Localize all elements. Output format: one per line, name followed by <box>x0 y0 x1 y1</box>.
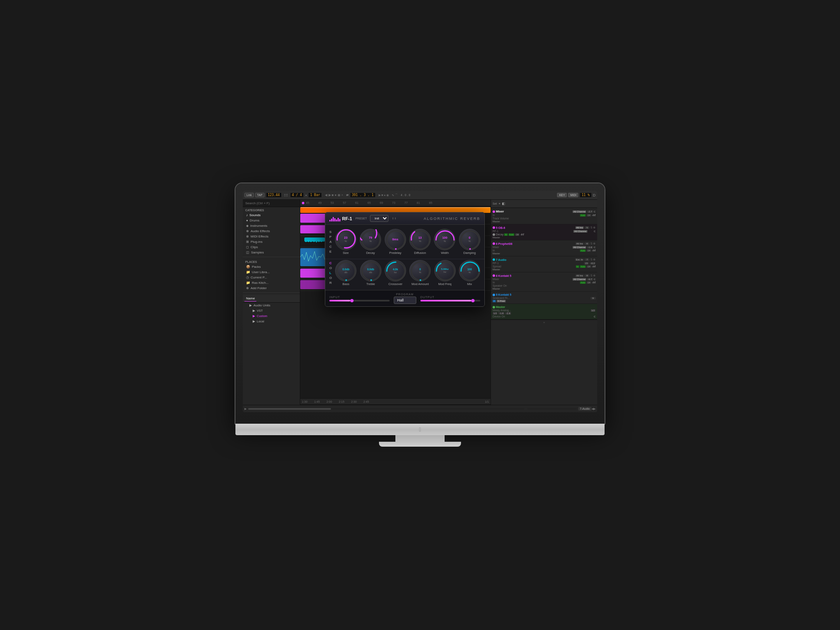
plugin-logo: RF-1 <box>329 216 352 221</box>
output-label: OUTPUT <box>420 296 481 299</box>
sidebar-item-ras-kitchen[interactable]: 📁 Ras Kitch... <box>243 280 300 285</box>
svg-rect-5 <box>318 240 320 242</box>
knob-mod-amount[interactable]: 0 % <box>409 260 431 281</box>
knob-mod-amount-group: 0 % Mod Amount <box>409 260 431 286</box>
knob-diffusion[interactable]: 13 % <box>409 229 431 250</box>
places-label: PLACES <box>243 259 300 264</box>
knob-damping[interactable]: 0 % <box>459 229 480 250</box>
plugin-bottom: INPUT PROGRAM <box>325 290 484 306</box>
knob-treble-group: 0.0db db Treble <box>360 260 381 286</box>
program-select[interactable]: Hall Room Plate <box>394 297 416 304</box>
knob-treble[interactable]: 0.0db db <box>360 260 381 281</box>
knob-predelay[interactable]: 0ms <box>385 229 406 250</box>
browser-local[interactable]: ▶ Local <box>243 319 300 324</box>
key-button[interactable]: KEY <box>557 193 567 197</box>
knob-width[interactable]: 100 % <box>434 229 455 250</box>
color-letters: C O L O R <box>329 260 333 286</box>
knob-crossover-label: Crossover <box>388 282 402 286</box>
ruler-mark: 53 <box>331 201 343 204</box>
sidebar-item-plugins[interactable]: ⊞ Plug-ins <box>243 239 300 244</box>
tap-button[interactable]: TAP <box>255 193 265 197</box>
knob-size-label: Size <box>343 251 349 255</box>
knob-crossover[interactable]: 4.0k hz <box>385 260 406 281</box>
position-display: 391 . 3 . 1 <box>350 192 376 198</box>
midi-button[interactable]: MIDI <box>568 193 578 197</box>
track-color-dot <box>493 242 495 245</box>
sidebar-item-user-library[interactable]: 📁 User Libra... <box>243 269 300 275</box>
sidebar-item-instruments[interactable]: ◈ Instruments <box>243 223 300 228</box>
plugin-preset-selector[interactable]: Init <box>370 215 388 222</box>
knob-decay-label: Decay <box>366 251 375 255</box>
svg-point-16 <box>345 279 347 281</box>
knob-mod-freq-label: Mod Freq <box>438 282 452 286</box>
mixer-track-kontakt9: 9 Kontakt 5 Seaboard Ri... 9 A S Post <box>491 292 597 304</box>
sidebar-item-current-project[interactable]: ◷ Current P... <box>243 275 300 280</box>
plugin-window: RF-1 PRESET Init ⬆⬇ ALGORITHMIC REVERB <box>325 212 485 307</box>
knob-mod-freq[interactable]: 5.00hz hz <box>434 260 456 281</box>
knob-crossover-group: 4.0k hz Crossover <box>385 260 406 286</box>
timeline-scrollbar[interactable] <box>248 408 524 410</box>
imac-stand-top <box>395 435 445 442</box>
knob-mod-amount-label: Mod Amount <box>411 282 429 286</box>
bottom-scrollbar-right[interactable] <box>527 408 577 410</box>
sidebar-item-clips[interactable]: ◻ Clips <box>243 244 300 250</box>
knob-predelay-group: 0ms Predelay <box>385 229 406 255</box>
sidebar-item-add-folder[interactable]: ⊕ Add Folder <box>243 285 300 291</box>
knob-predelay-label: Predelay <box>389 251 402 255</box>
mixer-header: Set + ◧ <box>491 200 597 208</box>
output-slider[interactable] <box>420 300 481 301</box>
knob-size[interactable]: 23 % <box>335 229 356 250</box>
knob-bass-label: Bass <box>342 282 349 286</box>
ruler-mark: 57 <box>343 201 355 204</box>
link-button[interactable]: Link <box>244 193 254 197</box>
input-section: INPUT <box>329 296 390 301</box>
space-letters: S P A C E <box>329 229 333 255</box>
ruler-mark: 81 <box>417 201 429 204</box>
knob-bass-group: 0.0db db Bass <box>335 260 356 286</box>
ruler-mark: 49 <box>318 201 331 204</box>
main-area: CATEGORIES ♪ Sounds ● Drums ◈ Instrument… <box>243 200 597 405</box>
mixer-add-icon[interactable]: + <box>543 321 545 324</box>
knob-treble-label: Treble <box>366 282 375 286</box>
track-color-dot <box>493 258 495 261</box>
color-knob-row: 0.0db db Bass <box>335 260 480 286</box>
knob-decay[interactable]: 79 % <box>360 229 381 250</box>
knob-diffusion-group: 13 % Diffusion <box>409 229 431 255</box>
mixer-options-button[interactable]: ◧ <box>502 202 505 205</box>
knob-width-group: 100 % Width <box>434 229 455 255</box>
drums-icon: ● <box>246 219 248 222</box>
input-slider[interactable] <box>329 300 390 301</box>
svg-point-21 <box>420 279 421 281</box>
nav-next-button[interactable]: ▶ <box>593 407 596 411</box>
imac-wrapper: Link TAP 123.44 ⣿⣿ 4 / 4 ● 1 Bar ◀ ▶ ■ ●… <box>235 183 605 447</box>
play-button[interactable]: ▶ <box>244 407 247 411</box>
instruments-icon: ◈ <box>246 224 249 228</box>
browser-custom[interactable]: ▶ Custom <box>243 313 300 319</box>
browser-vst[interactable]: ▶ VST <box>243 308 300 313</box>
zoom-display: 11 % <box>580 192 591 198</box>
ruler-mark: 77 <box>404 201 417 204</box>
imac-chin:  <box>235 424 605 435</box>
browser-tab-name[interactable]: Name <box>244 296 256 301</box>
imac-bezel: Link TAP 123.44 ⣿⣿ 4 / 4 ● 1 Bar ◀ ▶ ■ ●… <box>235 183 605 424</box>
sidebar-item-drums[interactable]: ● Drums <box>243 218 300 223</box>
svg-rect-6 <box>321 241 322 242</box>
mixer-panel: Set + ◧ Mixer All Channe -2.7 C <box>491 200 597 405</box>
svg-rect-4 <box>316 242 317 242</box>
sidebar-item-audio-effects[interactable]: ⊕ Audio Effects <box>243 228 300 234</box>
sidebar-item-samples[interactable]: ◫ Samples <box>243 250 300 255</box>
sidebar-item-packs[interactable]: 📦 Packs <box>243 264 300 269</box>
knob-bass[interactable]: 0.0db db <box>335 260 356 281</box>
knob-width-label: Width <box>441 251 449 255</box>
audio-effects-icon: ⊕ <box>246 229 249 233</box>
browser-audio-units[interactable]: ▶ Audio Units <box>243 303 300 308</box>
knob-mix[interactable]: 100 % <box>459 260 480 281</box>
program-label: PROGRAM <box>396 293 413 296</box>
categories-label: CATEGORIES <box>243 207 300 212</box>
imac-stand-bottom <box>379 442 461 447</box>
sidebar-item-sounds[interactable]: ♪ Sounds <box>243 212 300 218</box>
mixer-add-button[interactable]: + <box>499 202 501 205</box>
sidebar-item-midi-effects[interactable]: ⊗ MIDI Effects <box>243 234 300 239</box>
search-input[interactable] <box>243 200 300 207</box>
svg-rect-0 <box>305 241 307 242</box>
